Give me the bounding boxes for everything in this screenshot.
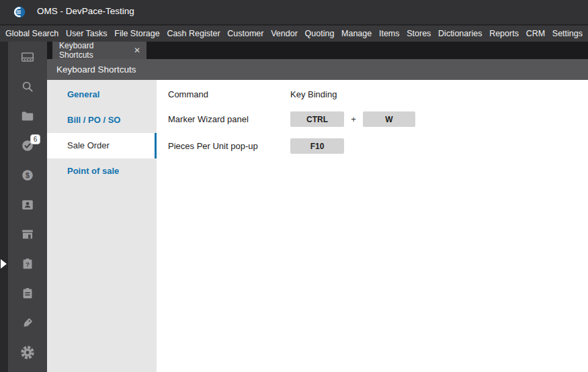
dollar-icon-glyph: $ (20, 168, 35, 183)
store-icon[interactable] (8, 220, 47, 249)
clipboard-icon[interactable] (8, 279, 47, 308)
menu-item-user-tasks[interactable]: User Tasks (65, 29, 109, 38)
collapsed-panel-strip (0, 42, 8, 372)
dashboard-icon-glyph (20, 50, 35, 64)
tag-icon-glyph (20, 316, 35, 330)
page-header: Keyboard Shortcuts (47, 59, 588, 80)
shortcut-row-pieces-per-unit: Pieces Per Unit pop-up F10 (168, 138, 344, 154)
menu-item-vendor[interactable]: Vendor (269, 29, 299, 38)
column-headers: Command Key Binding (168, 87, 337, 102)
svg-text:?: ? (26, 261, 30, 268)
key-binding-group: CTRL + W (290, 111, 415, 127)
key-binding-group: F10 (290, 138, 344, 154)
menu-item-settings[interactable]: Settings (551, 29, 584, 38)
dashboard-icon[interactable] (8, 42, 47, 72)
folder-icon[interactable] (8, 101, 47, 131)
clipboard-question-icon-glyph: ? (20, 257, 35, 271)
title-bar: OMS - DevPace-Testing (0, 0, 588, 24)
store-icon-glyph (20, 227, 35, 242)
tasks-check-icon-glyph: 6 (20, 138, 35, 153)
clipboard-icon-glyph (20, 286, 35, 301)
page-title: Keyboard Shortcuts (47, 59, 588, 80)
panel-expand-arrow-icon[interactable] (1, 259, 7, 269)
command-label: Marker Wizard panel (168, 114, 290, 124)
key-plus-separator: + (344, 114, 363, 124)
key-w[interactable]: W (363, 111, 415, 127)
tasks-check-icon[interactable]: 6 (8, 131, 47, 160)
nav-item-general[interactable]: General (47, 82, 157, 107)
app-logo-icon (13, 6, 26, 18)
tab-bar: Keyboard Shortcuts ✕ (47, 42, 588, 59)
tag-icon[interactable] (8, 308, 47, 338)
gear-icon[interactable] (8, 338, 47, 367)
menu-item-items[interactable]: Items (378, 29, 401, 38)
shortcut-category-nav: General Bill / PO / SO Sale Order Point … (47, 80, 157, 372)
tasks-count-badge: 6 (30, 134, 40, 144)
contact-icon-glyph (20, 197, 35, 212)
tab-close-icon[interactable]: ✕ (128, 46, 146, 55)
menu-item-quoting[interactable]: Quoting (304, 29, 336, 38)
menu-bar: Global Search User Tasks File Storage Ca… (0, 24, 588, 42)
app-window: OMS - DevPace-Testing Global Search User… (0, 0, 588, 372)
menu-item-cash-register[interactable]: Cash Register (165, 29, 221, 38)
menu-item-manage[interactable]: Manage (340, 29, 373, 38)
search-icon-glyph (20, 79, 35, 94)
key-f10[interactable]: F10 (290, 138, 344, 154)
svg-text:$: $ (26, 171, 30, 179)
column-header-command: Command (168, 89, 290, 99)
icon-sidebar: 6 $ (8, 42, 47, 372)
tab-label: Keyboard Shortcuts (52, 41, 128, 60)
menu-item-crm[interactable]: CRM (525, 29, 546, 38)
nav-item-bill-po-so[interactable]: Bill / PO / SO (47, 107, 157, 133)
shortcut-list-panel: Command Key Binding Marker Wizard panel … (157, 80, 588, 372)
folder-icon-glyph (20, 109, 35, 124)
search-icon[interactable] (8, 72, 47, 101)
gear-icon-glyph (20, 345, 35, 360)
dollar-icon[interactable]: $ (8, 160, 47, 190)
menu-item-file-storage[interactable]: File Storage (113, 29, 161, 38)
column-header-key-binding: Key Binding (290, 89, 337, 99)
menu-item-dictionaries[interactable]: Dictionaries (437, 29, 483, 38)
key-ctrl[interactable]: CTRL (290, 111, 344, 127)
contact-icon[interactable] (8, 190, 47, 220)
nav-item-sale-order[interactable]: Sale Order (47, 133, 157, 158)
tab-keyboard-shortcuts[interactable]: Keyboard Shortcuts ✕ (52, 42, 146, 59)
command-label: Pieces Per Unit pop-up (168, 141, 290, 151)
window-title: OMS - DevPace-Testing (37, 0, 134, 23)
menu-item-global-search[interactable]: Global Search (4, 29, 60, 38)
menu-item-reports[interactable]: Reports (488, 29, 520, 38)
clipboard-question-icon[interactable]: ? (8, 249, 47, 279)
shortcut-row-marker-wizard: Marker Wizard panel CTRL + W (168, 111, 415, 127)
menu-item-customer[interactable]: Customer (226, 29, 265, 38)
menu-item-stores[interactable]: Stores (405, 29, 432, 38)
nav-item-point-of-sale[interactable]: Point of sale (47, 158, 157, 184)
